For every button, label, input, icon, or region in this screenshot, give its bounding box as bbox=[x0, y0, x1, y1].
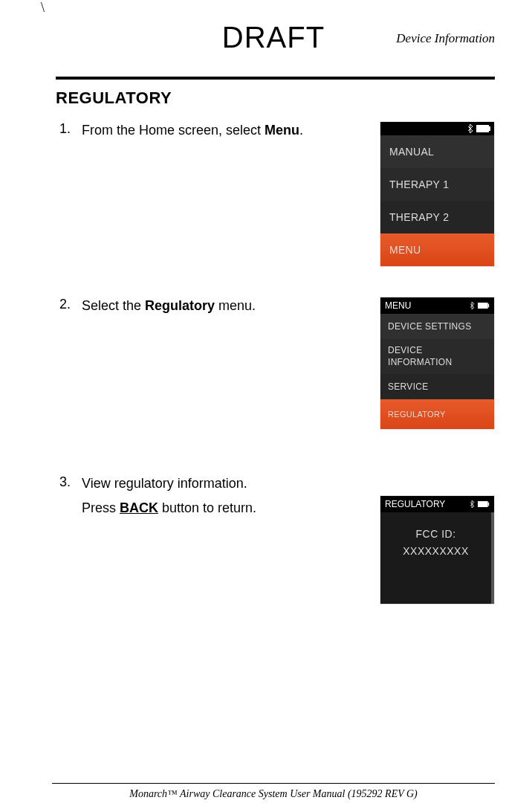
text-fragment: Press bbox=[82, 500, 120, 515]
fcc-id-value: XXXXXXXXX bbox=[383, 543, 488, 559]
text-line: View regulatory information. bbox=[82, 474, 372, 493]
menu-item-menu-selected: MENU bbox=[380, 233, 494, 266]
menu-item-service: SERVICE bbox=[380, 374, 494, 399]
bluetooth-icon bbox=[470, 302, 475, 309]
screen-title-bar: REGULATORY bbox=[380, 496, 494, 512]
page-heading: REGULATORY bbox=[56, 88, 495, 108]
menu-item-regulatory-selected: REGULATORY bbox=[380, 399, 494, 429]
svg-rect-5 bbox=[488, 503, 490, 506]
text-bold: BACK bbox=[120, 500, 158, 515]
stray-mark: \ bbox=[41, 0, 45, 16]
text-fragment: . bbox=[299, 123, 303, 138]
regulatory-body: FCC ID: XXXXXXXXX bbox=[380, 512, 494, 604]
screenshot-menu: MENU DEVICE SETTINGS DEVICE INFORMATION … bbox=[380, 297, 495, 430]
status-bar bbox=[380, 122, 494, 135]
text-bold: Regulatory bbox=[145, 298, 215, 313]
step-text: View regulatory information. Press BACK … bbox=[82, 474, 380, 518]
step-3: 3. View regulatory information. Press BA… bbox=[59, 474, 495, 605]
svg-rect-0 bbox=[476, 125, 489, 132]
screenshot-home: MANUAL THERAPY 1 THERAPY 2 MENU bbox=[380, 121, 495, 267]
text-fragment: menu. bbox=[215, 298, 256, 313]
battery-icon bbox=[478, 303, 490, 309]
horizontal-rule bbox=[56, 77, 495, 80]
svg-rect-3 bbox=[488, 304, 490, 308]
battery-icon bbox=[478, 501, 490, 507]
footer-text: Monarch™ Airway Clearance System User Ma… bbox=[52, 788, 495, 800]
bluetooth-icon bbox=[470, 500, 475, 508]
fcc-id-label: FCC ID: bbox=[383, 526, 488, 542]
text-line: Press BACK button to return. bbox=[82, 499, 372, 518]
menu-item-device-information: DEVICE INFORMATION bbox=[380, 339, 494, 374]
screen-title-bar: MENU bbox=[380, 297, 494, 314]
text-fragment: button to return. bbox=[158, 500, 256, 515]
screen-title: MENU bbox=[385, 300, 411, 311]
step-text: From the Home screen, select Menu. bbox=[82, 121, 380, 140]
battery-icon bbox=[476, 125, 491, 132]
step-number: 3. bbox=[59, 474, 82, 490]
step-2: 2. Select the Regulatory menu. MENU DEVI… bbox=[59, 297, 495, 430]
footer-rule bbox=[52, 783, 495, 784]
step-number: 1. bbox=[59, 121, 82, 137]
menu-item-device-settings: DEVICE SETTINGS bbox=[380, 314, 494, 339]
bluetooth-icon bbox=[467, 124, 473, 133]
svg-rect-4 bbox=[478, 501, 488, 507]
svg-rect-1 bbox=[489, 126, 490, 131]
step-1: 1. From the Home screen, select Menu. MA… bbox=[59, 121, 495, 267]
step-text: Select the Regulatory menu. bbox=[82, 297, 380, 315]
section-label: Device Information bbox=[396, 31, 495, 46]
menu-item-manual: MANUAL bbox=[380, 135, 494, 168]
screenshot-regulatory: REGULATORY FCC ID: XXXXXXXXX bbox=[380, 495, 495, 605]
text-bold: Menu bbox=[265, 123, 299, 138]
text-fragment: Select the bbox=[82, 298, 145, 313]
screen-title: REGULATORY bbox=[385, 499, 445, 509]
svg-rect-2 bbox=[478, 303, 488, 309]
menu-item-therapy2: THERAPY 2 bbox=[380, 201, 494, 233]
text-fragment: From the Home screen, select bbox=[82, 123, 265, 138]
footer: Monarch™ Airway Clearance System User Ma… bbox=[52, 783, 495, 800]
menu-item-therapy1: THERAPY 1 bbox=[380, 168, 494, 201]
step-number: 2. bbox=[59, 297, 82, 312]
